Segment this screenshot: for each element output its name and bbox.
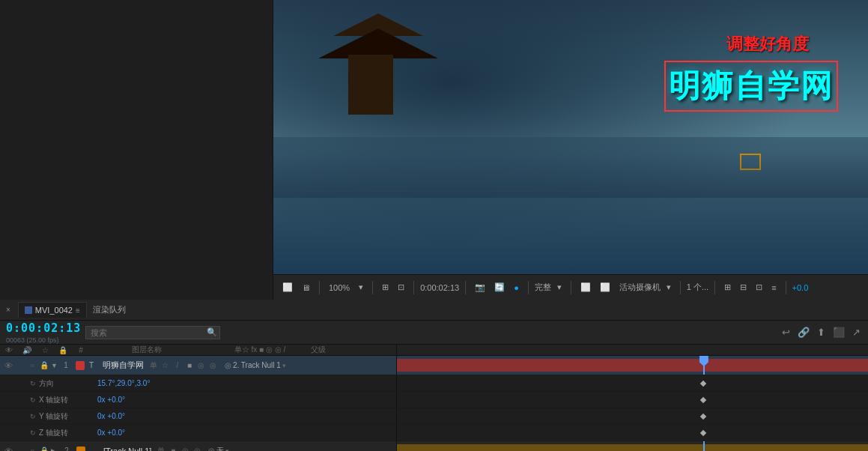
prop-dir-timeline <box>397 375 868 391</box>
toolbar-separator-5 <box>528 281 529 294</box>
zoom-level: 100% <box>326 282 353 294</box>
prop-zrot-icon: ↻ <box>30 429 36 437</box>
layer-panel-header: 👁 🔊 ☆ 🔒 # 图层名称 单☆ fx ■ ◎ ◎ / 父级 <box>0 345 397 355</box>
comp-tab[interactable]: MVI_0042 ≡ <box>18 302 87 318</box>
layer-2-bar <box>397 444 868 451</box>
res2-btn[interactable]: ⬜ <box>597 281 613 294</box>
layer-2-sw1[interactable]: 单 <box>156 446 166 452</box>
layer-2-icons: 👁 ○ 🔒 <box>1 447 51 452</box>
prop-dir-icon: ↻ <box>30 380 36 387</box>
layer-1-solo[interactable]: ○ <box>27 361 37 369</box>
prop-zrot-left: ↻ Z 轴旋转 0x +0.0° <box>0 425 397 441</box>
preview-canvas: 调整好角度 明狮自学网 <box>273 0 868 274</box>
layer-2-sw2: ■ <box>168 447 178 451</box>
toolbar-separator-8 <box>714 281 715 294</box>
layer-row-2[interactable]: 👁 ○ 🔒 ▶ 2 [Track Null 1] 单 ■ <box>0 441 868 451</box>
layer-search-input[interactable] <box>85 326 220 339</box>
layer-1-sw1[interactable]: 单 <box>148 360 159 371</box>
grid-btn[interactable]: ⊞ <box>721 281 734 294</box>
layer-2-lock[interactable]: 🔒 <box>39 447 49 451</box>
layer-2-left: 👁 ○ 🔒 ▶ 2 [Track Null 1] 单 ■ <box>0 441 397 451</box>
layer-1-lock[interactable]: 🔒 <box>39 361 49 369</box>
new-layer-btn[interactable]: ↗ <box>851 325 862 339</box>
toolbar-separator-2 <box>372 281 373 294</box>
prop-xrot-icon: ↻ <box>30 396 36 404</box>
layer-2-name[interactable]: [Track Null 1] <box>103 447 151 452</box>
preview-timecode: 0:00:02:13 <box>420 283 459 292</box>
res-btn[interactable]: ⬜ <box>577 281 594 294</box>
toolbar-separator-7 <box>680 281 681 294</box>
layer-1-name[interactable]: 明狮自学网 <box>103 360 144 371</box>
layer-1-parent-dropdown[interactable]: ▾ <box>282 362 286 369</box>
tab-bar: × MVI_0042 ≡ 渲染队列 <box>0 300 868 321</box>
water-area <box>273 137 868 274</box>
timeline-controls: 0:00:02:13 00063 (25.00 fps) 🔍 ↩ 🔗 ⬆ ⬛ ↗ <box>0 321 868 345</box>
timeline-panel: × MVI_0042 ≡ 渲染队列 0:00:02:13 00063 (25.0… <box>0 300 868 451</box>
col-header-lock: 🔒 <box>57 346 69 354</box>
extract-btn[interactable]: ⬛ <box>831 325 846 339</box>
layer-1-sw2[interactable]: ☆ <box>160 361 171 369</box>
color-btn[interactable]: ● <box>511 282 522 294</box>
col-header-eye: 👁 <box>3 346 15 354</box>
prop-yrot-name: Y 轴旋转 <box>39 411 91 422</box>
motion-blur-btn[interactable]: ⊡ <box>753 281 765 294</box>
toolbar-separator-9 <box>786 281 786 294</box>
safe-zones-btn[interactable]: ⊡ <box>395 281 407 294</box>
quality-dropdown[interactable]: ▾ <box>554 281 565 294</box>
prop-yrot-icon: ↻ <box>30 413 36 420</box>
zoom-dropdown-btn[interactable]: ▾ <box>356 281 366 294</box>
preview-display-btn[interactable]: 🖥 <box>299 282 313 294</box>
layer-row-1[interactable]: 👁 ○ 🔒 ▼ 1 T 明狮自学网 单 <box>0 356 868 375</box>
prop-yrot-value[interactable]: 0x +0.0° <box>97 412 125 420</box>
tab-comp-name: MVI_0042 <box>35 306 73 315</box>
preview-region-btn[interactable]: ⬜ <box>279 281 296 294</box>
snapshot-btn[interactable]: 📷 <box>472 281 488 294</box>
timecode-wrap: 0:00:02:13 00063 (25.00 fps) <box>6 321 81 344</box>
new-comp-btn[interactable]: ↩ <box>780 325 792 339</box>
col-header-name: 图层名称 <box>129 345 209 355</box>
layer-2-sw4: ◎ <box>192 447 202 451</box>
camera-dropdown[interactable]: ▾ <box>664 281 674 294</box>
tab-menu-icon[interactable]: ≡ <box>76 306 80 315</box>
layer-1-parent-value[interactable]: 2. Track Null 1 <box>233 361 281 369</box>
search-wrap: 🔍 <box>85 326 220 339</box>
link-btn[interactable]: 🔗 <box>796 325 811 339</box>
draft-btn[interactable]: ≡ <box>768 282 779 294</box>
render-queue-tab[interactable]: 渲染队列 <box>93 304 126 315</box>
prop-row-xrot: ↻ X 轴旋转 0x +0.0° <box>0 392 868 408</box>
layer-1-color <box>76 361 85 370</box>
channel-btn[interactable]: 🔄 <box>491 281 508 294</box>
layer-1-eye[interactable]: 👁 <box>3 361 13 370</box>
prop-xrot-value[interactable]: 0x +0.0° <box>97 396 125 404</box>
views-label: 1 个... <box>687 282 708 293</box>
prop-dir-keyframe <box>700 380 706 386</box>
layer-1-sw3[interactable]: / <box>172 361 183 369</box>
layer-2-solo[interactable]: ○ <box>27 447 37 451</box>
layer-1-num: 1 <box>59 361 73 369</box>
snapping-btn[interactable]: ⊟ <box>737 281 750 294</box>
preview-area: 调整好角度 明狮自学网 ⬜ 🖥 100% <box>273 0 868 300</box>
prop-row-zrot: ↻ Z 轴旋转 0x +0.0° <box>0 425 868 441</box>
quality-label: 完整 <box>535 282 551 293</box>
fit-btn[interactable]: ⊞ <box>379 281 392 294</box>
text-box-border: 明狮自学网 <box>664 61 838 112</box>
scene-background: 调整好角度 明狮自学网 <box>273 0 868 274</box>
layer-2-eye[interactable]: 👁 <box>3 447 13 452</box>
prop-xrot-keyframe <box>700 396 706 402</box>
prop-xrot-left: ↻ X 轴旋转 0x +0.0° <box>0 392 397 408</box>
timeline-timecode[interactable]: 0:00:02:13 <box>6 321 81 335</box>
layer-2-parent-value[interactable]: 无 <box>216 446 224 452</box>
prop-direction-left: ↻ 方向 15.7°,29.0°,3.0° <box>0 375 397 391</box>
layer-2-expand[interactable]: ▶ <box>51 447 58 452</box>
prop-dir-value[interactable]: 15.7°,29.0°,3.0° <box>97 379 150 387</box>
prop-zrot-keyframe <box>700 429 706 435</box>
toolbar-separator-4 <box>465 281 466 294</box>
layer-1-expand[interactable]: ▼ <box>51 362 58 369</box>
layer-2-parent-dropdown[interactable]: ▾ <box>225 447 229 452</box>
prop-zrot-value[interactable]: 0x +0.0° <box>97 429 125 437</box>
prop-row-yrot: ↻ Y 轴旋转 0x +0.0° <box>0 408 868 425</box>
col-header-solo: ☆ <box>39 346 51 354</box>
tab-close-btn[interactable]: × <box>6 306 10 314</box>
lift-btn[interactable]: ⬆ <box>816 325 827 339</box>
overlay-text-1: 调整好角度 <box>726 33 809 55</box>
